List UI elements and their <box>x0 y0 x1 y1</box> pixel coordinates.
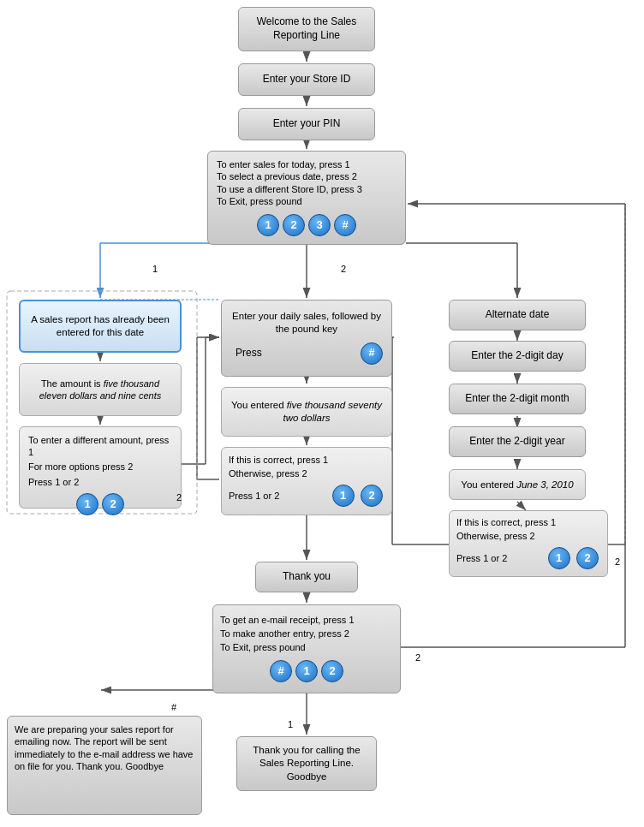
store-id-box: Enter your Store ID <box>238 63 375 96</box>
enter-daily-sales-box: Enter your daily sales, followed by the … <box>221 300 392 377</box>
enter-day-box: Enter the 2-digit day <box>449 341 586 372</box>
press-label: Press <box>236 347 262 360</box>
welcome-text: Welcome to the Sales Reporting Line <box>246 15 367 42</box>
if-correct-btn-1[interactable]: 1 <box>332 485 355 507</box>
email-receipt-box: To get an e-mail receipt, press 1 To mak… <box>212 604 401 693</box>
if-correct-btn-2[interactable]: 2 <box>361 485 383 507</box>
enter-month-text: Enter the 2-digit month <box>465 392 569 406</box>
entered-date-text: You entered June 3, 2010 <box>461 479 573 491</box>
label-1-bottom: 1 <box>288 719 293 729</box>
preparing-report-box: We are preparing your sales report for e… <box>7 716 202 815</box>
welcome-box: Welcome to the Sales Reporting Line <box>238 7 375 51</box>
diff-amt-line1: To enter a different amount, press 1 <box>28 434 172 459</box>
date-confirm-btn-1[interactable]: 1 <box>548 547 570 569</box>
diff-amt-line3: Press 1 or 2 <box>28 476 172 488</box>
svg-line-31 <box>517 502 526 510</box>
label-1-left: 1 <box>152 264 158 274</box>
label-2-date: 2 <box>615 556 620 567</box>
if-correct-line1: If this is correct, press 1 <box>229 454 385 466</box>
menu-btn-1[interactable]: 1 <box>257 214 279 236</box>
alternate-date-box: Alternate date <box>449 300 586 330</box>
thank-you-goodbye-box: Thank you for calling the Sales Reportin… <box>236 736 377 791</box>
menu-line1: To enter sales for today, press 1 <box>217 158 397 170</box>
label-2-diff: 2 <box>176 492 182 503</box>
diff-amt-btn-2[interactable]: 2 <box>102 493 124 515</box>
label-hash-left: # <box>171 702 176 712</box>
store-id-text: Enter your Store ID <box>263 73 351 86</box>
menu-box: To enter sales for today, press 1 To sel… <box>207 151 406 245</box>
pin-box: Enter your PIN <box>238 108 375 140</box>
you-entered-box: You entered five thousand seventy two do… <box>221 387 392 437</box>
menu-btn-hash[interactable]: # <box>334 214 356 236</box>
amount-box: The amount is five thousand eleven dolla… <box>19 363 182 416</box>
if-correct-line2: Otherwise, press 2 <box>229 467 385 479</box>
thank-you-text: Thank you <box>283 570 331 584</box>
email-line3: To Exit, press pound <box>220 641 393 653</box>
sales-already-box: A sales report has already been entered … <box>19 300 182 353</box>
diff-amt-btn-1[interactable]: 1 <box>76 493 98 515</box>
menu-btn-2[interactable]: 2 <box>283 214 305 236</box>
sales-already-text: A sales report has already been entered … <box>27 313 173 339</box>
press-1-or-2-label: Press 1 or 2 <box>229 490 279 502</box>
email-btn-hash[interactable]: # <box>270 660 292 682</box>
email-btn-1[interactable]: 1 <box>295 660 318 682</box>
pin-text: Enter your PIN <box>273 117 341 131</box>
amount-text: The amount is five thousand eleven dolla… <box>27 378 174 402</box>
goodbye-line2: Goodbye <box>287 770 327 783</box>
different-amount-box: To enter a different amount, press 1 For… <box>19 426 182 509</box>
enter-year-text: Enter the 2-digit year <box>469 435 564 449</box>
enter-year-box: Enter the 2-digit year <box>449 426 586 457</box>
if-correct-date-line2: Otherwise, press 2 <box>456 530 600 542</box>
preparing-report-text: We are preparing your sales report for e… <box>15 723 194 772</box>
entered-date-box: You entered June 3, 2010 <box>449 469 586 500</box>
thank-you-box: Thank you <box>255 562 358 592</box>
enter-month-box: Enter the 2-digit month <box>449 384 586 414</box>
label-2-right: 2 <box>341 264 346 274</box>
diff-amt-line2: For more options press 2 <box>28 461 172 473</box>
if-correct-date-line1: If this is correct, press 1 <box>456 516 600 528</box>
menu-line2: To select a previous date, press 2 <box>217 170 397 182</box>
alternate-date-text: Alternate date <box>486 308 550 322</box>
menu-line4: To Exit, press pound <box>217 195 397 207</box>
if-correct-box: If this is correct, press 1 Otherwise, p… <box>221 447 392 515</box>
flowchart: Welcome to the Sales Reporting Line Ente… <box>0 0 644 827</box>
date-confirm-btn-2[interactable]: 2 <box>576 547 599 569</box>
email-btn-2[interactable]: 2 <box>321 660 343 682</box>
email-line1: To get an e-mail receipt, press 1 <box>220 614 393 626</box>
enter-daily-text: Enter your daily sales, followed by the … <box>229 310 385 336</box>
menu-line3: To use a different Store ID, press 3 <box>217 183 397 195</box>
daily-sales-hash-btn[interactable]: # <box>361 342 383 365</box>
label-2-email: 2 <box>415 652 420 663</box>
email-line2: To make another entry, press 2 <box>220 628 393 640</box>
menu-btn-3[interactable]: 3 <box>308 214 331 236</box>
press-1-or-2-date-label: Press 1 or 2 <box>456 552 507 564</box>
goodbye-line1: Thank you for calling the Sales Reportin… <box>244 744 369 770</box>
you-entered-text: You entered five thousand seventy two do… <box>229 399 385 425</box>
if-correct-date-box: If this is correct, press 1 Otherwise, p… <box>449 510 608 577</box>
enter-day-text: Enter the 2-digit day <box>471 349 563 363</box>
